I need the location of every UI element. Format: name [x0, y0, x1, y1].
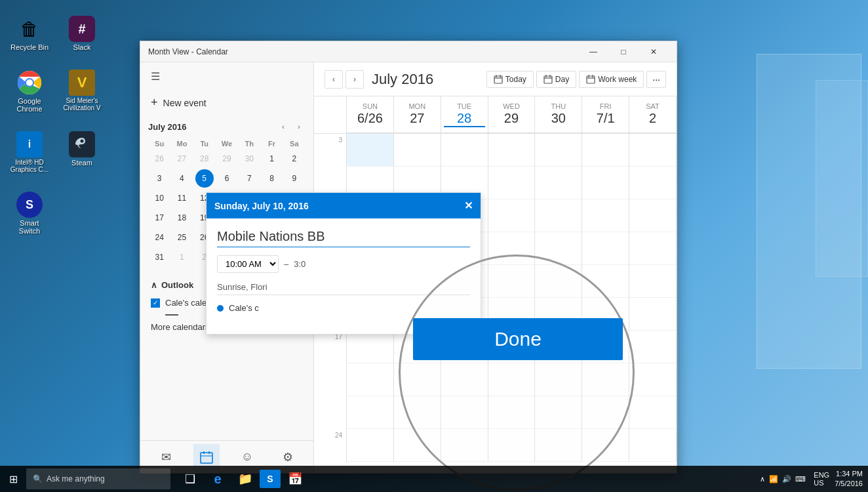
time-slot[interactable]: [441, 429, 488, 462]
mini-day[interactable]: 24: [150, 228, 168, 247]
time-slot[interactable]: [582, 167, 629, 199]
today-button[interactable]: Today: [486, 71, 534, 88]
maximize-button[interactable]: □: [608, 41, 639, 62]
time-slot[interactable]: [629, 167, 677, 199]
time-slot[interactable]: [441, 363, 488, 396]
time-slot[interactable]: [488, 232, 536, 265]
time-slot[interactable]: [629, 429, 677, 462]
taskbar-clock[interactable]: 1:34 PM 7/5/2016: [835, 469, 863, 489]
mini-cal-prev[interactable]: ‹: [277, 120, 290, 133]
workweek-button[interactable]: Work week: [579, 71, 644, 88]
mini-day-today[interactable]: 5: [195, 169, 214, 188]
mini-day[interactable]: 29: [218, 150, 236, 168]
mini-day[interactable]: 27: [172, 150, 191, 168]
time-slot[interactable]: [535, 429, 582, 462]
time-slot[interactable]: [347, 396, 394, 429]
time-slot[interactable]: [488, 265, 536, 298]
time-slot[interactable]: [347, 134, 394, 167]
mini-day[interactable]: 17: [150, 209, 168, 227]
time-slot[interactable]: [582, 199, 629, 232]
calendar-checkbox[interactable]: ✓: [151, 298, 160, 308]
taskbar-task-view[interactable]: ❑: [177, 466, 203, 492]
taskbar-calendar[interactable]: 📅: [282, 466, 308, 492]
time-slot[interactable]: [488, 363, 536, 396]
time-slot[interactable]: [629, 199, 677, 232]
minimize-button[interactable]: —: [578, 41, 608, 62]
prev-button[interactable]: ‹: [325, 70, 343, 89]
time-slot[interactable]: [441, 134, 488, 167]
time-slot[interactable]: [629, 232, 677, 265]
mini-day[interactable]: 9: [285, 169, 304, 188]
day-button[interactable]: Day: [536, 71, 576, 88]
time-slot[interactable]: [582, 265, 629, 298]
time-slot[interactable]: [488, 134, 536, 167]
close-button[interactable]: ✕: [639, 41, 669, 62]
time-slot[interactable]: [441, 396, 488, 429]
time-slot[interactable]: [535, 134, 582, 167]
mini-day[interactable]: 7: [240, 169, 258, 188]
time-slot[interactable]: [488, 429, 536, 462]
mini-day[interactable]: 2: [285, 150, 304, 168]
time-slot[interactable]: [582, 134, 629, 167]
mini-day[interactable]: 28: [195, 150, 214, 168]
start-button[interactable]: ⊞: [0, 466, 26, 492]
mini-day[interactable]: 30: [240, 150, 258, 168]
next-button[interactable]: ›: [345, 70, 364, 89]
time-slot[interactable]: [347, 429, 394, 462]
new-event-button[interactable]: + New event: [140, 91, 313, 115]
mini-cal-next[interactable]: ›: [292, 120, 306, 133]
mini-day[interactable]: 8: [263, 169, 281, 188]
time-slot[interactable]: [394, 363, 441, 396]
time-slot[interactable]: [535, 167, 582, 199]
desktop-icon-steam[interactable]: Steam: [59, 129, 105, 176]
time-slot[interactable]: [535, 199, 582, 232]
time-slot[interactable]: [535, 363, 582, 396]
time-slot[interactable]: [582, 232, 629, 265]
time-slot[interactable]: [582, 363, 629, 396]
taskbar-edge[interactable]: e: [205, 466, 231, 492]
taskbar-folder[interactable]: 📁: [232, 466, 258, 492]
time-slot[interactable]: [347, 331, 394, 363]
desktop-icon-slack[interactable]: # Slack: [59, 13, 105, 54]
time-slot[interactable]: [629, 396, 677, 429]
mini-day[interactable]: 4: [172, 169, 191, 188]
popup-close-button[interactable]: ✕: [464, 199, 473, 212]
day-col-thu[interactable]: [535, 134, 582, 462]
day-col-sat[interactable]: [629, 134, 677, 462]
time-slot[interactable]: [488, 167, 536, 199]
mini-day[interactable]: 11: [172, 189, 191, 207]
time-slot[interactable]: [394, 134, 441, 167]
mini-day[interactable]: 6: [218, 169, 236, 188]
done-button[interactable]: Done: [413, 318, 623, 360]
time-slot[interactable]: [488, 199, 536, 232]
day-col-wed[interactable]: [488, 134, 536, 462]
mini-day[interactable]: 3: [150, 169, 168, 188]
taskbar-store[interactable]: S: [260, 470, 281, 488]
desktop-icon-civ[interactable]: V Sid Meier'sCivilization V: [59, 67, 105, 115]
time-slot[interactable]: [347, 363, 394, 396]
day-col-fri[interactable]: [582, 134, 629, 462]
time-slot[interactable]: [629, 331, 677, 363]
time-slot[interactable]: [629, 363, 677, 396]
mini-day[interactable]: 18: [172, 209, 191, 227]
event-location-input[interactable]: [314, 279, 470, 295]
more-views-button[interactable]: ···: [646, 71, 666, 88]
time-slot[interactable]: [394, 396, 441, 429]
time-slot[interactable]: [488, 396, 536, 429]
mini-day[interactable]: 25: [172, 228, 191, 247]
hamburger-icon[interactable]: ☰: [151, 70, 160, 83]
mini-day[interactable]: 31: [150, 248, 168, 266]
mini-day[interactable]: 1: [263, 150, 281, 168]
time-slot[interactable]: [394, 429, 441, 462]
time-slot[interactable]: [629, 298, 677, 331]
mini-day[interactable]: 1: [172, 248, 191, 266]
desktop-icon-chrome[interactable]: Google Chrome: [7, 67, 52, 115]
time-slot[interactable]: [582, 429, 629, 462]
mini-day[interactable]: 26: [150, 150, 168, 168]
time-slot[interactable]: [629, 134, 677, 167]
event-title-input[interactable]: [314, 229, 470, 247]
mini-day[interactable]: 10: [150, 189, 168, 207]
time-slot[interactable]: [535, 265, 582, 298]
time-slot[interactable]: [582, 396, 629, 429]
search-box[interactable]: 🔍 Ask me anything: [26, 468, 170, 489]
